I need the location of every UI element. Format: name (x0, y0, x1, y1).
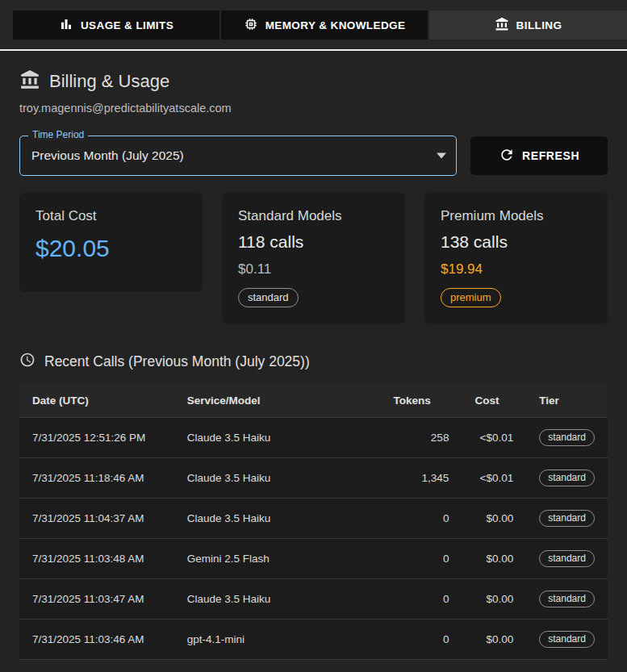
summary-cards: Total Cost $20.05 Standard Models 118 ca… (19, 193, 608, 323)
tier-badge: standard (539, 550, 595, 567)
recent-calls-title: Recent Calls (Previous Month (July 2025)… (44, 353, 310, 370)
call-cost: $0.00 (462, 579, 526, 620)
table-header-row: Date (UTC) Service/Model Tokens Cost Tie… (19, 383, 608, 418)
call-cost: $0.00 (462, 539, 526, 579)
card-title: Premium Models (441, 208, 591, 224)
refresh-icon (499, 147, 515, 165)
call-date: 7/31/2025 11:04:37 AM (19, 499, 174, 539)
memory-chip-icon (244, 17, 258, 34)
call-cost: $0.00 (462, 499, 526, 539)
call-tokens: 1,345 (381, 458, 462, 499)
table-row: 7/31/2025 12:51:26 PM Claude 3.5 Haiku 2… (19, 418, 608, 458)
premium-cost: $19.94 (441, 261, 591, 278)
call-tokens: 258 (381, 418, 462, 458)
call-cost: <$0.01 (462, 418, 526, 458)
column-header-model: Service/Model (174, 383, 381, 418)
tab-label: MEMORY & KNOWLEDGE (265, 19, 406, 31)
tier-badge: standard (539, 510, 595, 527)
tab-usage-and-limits[interactable]: USAGE & LIMITS (13, 10, 219, 40)
tier-badge: standard (539, 591, 595, 607)
recent-calls-header: Recent Calls (Previous Month (July 2025)… (19, 352, 608, 371)
call-date: 7/31/2025 11:03:48 AM (19, 539, 174, 579)
call-model: Gemini 2.5 Flash (174, 539, 381, 579)
call-model: Claude 3.5 Haiku (174, 499, 381, 539)
tier-badge: standard (539, 470, 595, 486)
tab-label: BILLING (516, 19, 562, 31)
time-period-select[interactable]: Time Period Previous Month (July 2025) (19, 136, 457, 176)
chevron-down-icon (437, 153, 446, 159)
tier-badge: standard (539, 631, 595, 648)
call-date: 7/31/2025 11:03:47 AM (19, 579, 174, 620)
table-row: 7/31/2025 11:18:46 AM Claude 3.5 Haiku 1… (19, 458, 608, 499)
refresh-label: REFRESH (522, 149, 579, 162)
bank-icon (495, 17, 509, 34)
controls-row: Time Period Previous Month (July 2025) R… (19, 136, 608, 176)
call-date: 7/31/2025 11:18:46 AM (19, 458, 174, 499)
page-title-row: Billing & Usage (19, 69, 608, 94)
call-model: Claude 3.5 Haiku (174, 579, 381, 620)
tab-memory-and-knowledge[interactable]: MEMORY & KNOWLEDGE (221, 10, 428, 40)
column-header-tokens: Tokens (381, 383, 462, 418)
card-title: Standard Models (238, 208, 389, 224)
bank-icon (19, 69, 40, 94)
billing-page: USAGE & LIMITS MEMORY & KNOWLEDGE BILLIN… (0, 0, 627, 672)
tab-billing[interactable]: BILLING (429, 10, 627, 40)
page-title: Billing & Usage (49, 71, 169, 92)
refresh-button[interactable]: REFRESH (470, 136, 608, 175)
main-content: Billing & Usage troy.magennis@predictabi… (0, 51, 627, 660)
call-date: 7/31/2025 11:03:46 AM (19, 620, 174, 660)
column-header-date: Date (UTC) (19, 383, 174, 418)
tier-badge: standard (539, 429, 595, 446)
call-cost: $0.00 (462, 620, 526, 660)
table-row: 7/31/2025 11:03:46 AM gpt-4.1-mini 0 $0.… (19, 620, 608, 660)
premium-models-card: Premium Models 138 calls $19.94 premium (424, 193, 608, 323)
column-header-tier: Tier (526, 383, 608, 418)
standard-calls-count: 118 calls (238, 232, 389, 252)
call-date: 7/31/2025 12:51:26 PM (19, 418, 174, 458)
call-tokens: 0 (381, 499, 462, 539)
time-period-label: Time Period (28, 129, 88, 140)
call-model: Claude 3.5 Haiku (174, 458, 381, 499)
premium-tier-badge: premium (441, 288, 501, 307)
card-title: Total Cost (36, 208, 186, 224)
recent-calls-table: Date (UTC) Service/Model Tokens Cost Tie… (19, 383, 608, 660)
tab-label: USAGE & LIMITS (81, 19, 173, 31)
standard-cost: $0.11 (238, 261, 389, 278)
standard-tier-badge: standard (238, 288, 299, 307)
table-row: 7/31/2025 11:03:48 AM Gemini 2.5 Flash 0… (19, 539, 608, 579)
call-tokens: 0 (381, 579, 462, 620)
column-header-cost: Cost (462, 383, 526, 418)
time-period-value: Previous Month (July 2025) (31, 148, 184, 163)
table-row: 7/31/2025 11:03:47 AM Claude 3.5 Haiku 0… (19, 579, 608, 620)
account-email: troy.magennis@predictabilityatscale.com (19, 102, 608, 115)
call-cost: <$0.01 (462, 458, 526, 499)
total-cost-card: Total Cost $20.05 (19, 193, 203, 292)
total-cost-value: $20.05 (36, 235, 186, 276)
call-model: Claude 3.5 Haiku (174, 418, 381, 458)
tab-bar: USAGE & LIMITS MEMORY & KNOWLEDGE BILLIN… (0, 0, 627, 51)
premium-calls-count: 138 calls (441, 232, 591, 252)
bar-chart-icon (59, 17, 73, 34)
standard-models-card: Standard Models 118 calls $0.11 standard (222, 193, 405, 323)
call-tokens: 0 (381, 620, 462, 660)
call-tokens: 0 (381, 539, 462, 579)
table-row: 7/31/2025 11:04:37 AM Claude 3.5 Haiku 0… (19, 499, 608, 539)
clock-icon (19, 352, 36, 371)
call-model: gpt-4.1-mini (174, 620, 381, 660)
